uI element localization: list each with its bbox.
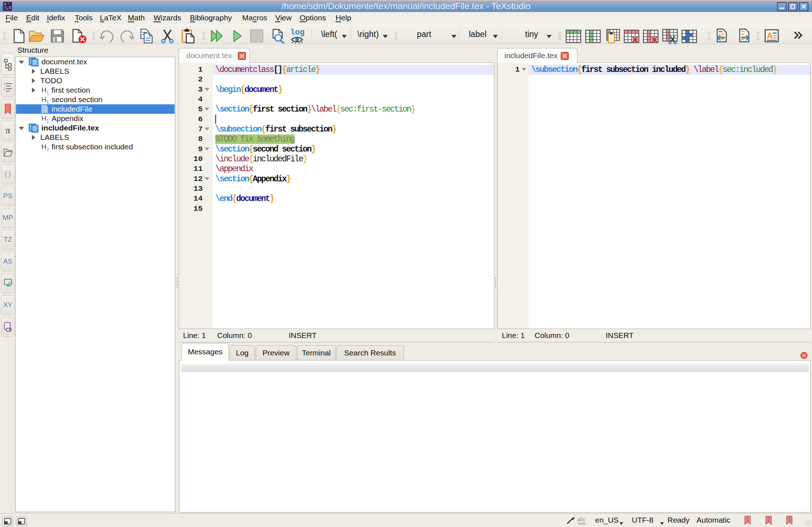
svg-text:log: log: [290, 28, 305, 37]
svg-text:2: 2: [4, 87, 5, 90]
svg-text:1: 1: [4, 82, 5, 85]
svg-text:A: A: [767, 31, 773, 41]
svg-text:1: 1: [746, 516, 749, 522]
svg-text:abc: abc: [577, 516, 586, 522]
svg-text:3: 3: [788, 516, 791, 522]
svg-text:2: 2: [767, 516, 770, 522]
